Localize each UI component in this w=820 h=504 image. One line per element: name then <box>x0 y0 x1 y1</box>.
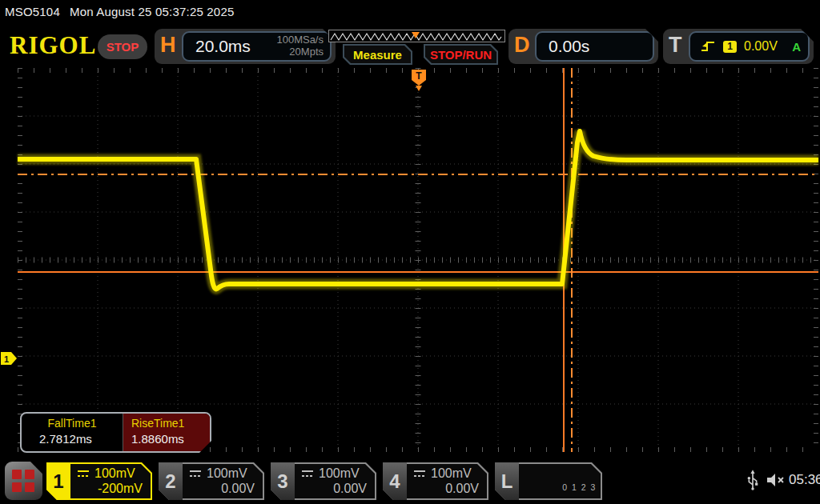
waveform-overview-strip[interactable] <box>328 30 505 42</box>
channel-3-offset: 0.00V <box>295 482 375 496</box>
channel-1-number: 1 <box>46 462 70 500</box>
channel-2-status[interactable]: 2 100mV 0.00V <box>159 462 264 500</box>
menu-grid-icon <box>12 470 34 492</box>
logic-channels-status[interactable]: L 0 1 2 3 4 5 6 7 8 9 1011 12131415 <box>495 462 602 500</box>
trigger-position-marker[interactable]: T <box>412 70 426 91</box>
delay-settings[interactable]: D 0.00s <box>508 29 658 64</box>
channel-1-offset: -200mV <box>70 482 151 496</box>
channel-3-status[interactable]: 3 100mV 0.00V <box>271 462 376 500</box>
measurement-falltime[interactable]: FallTime1 2.7812ms <box>22 414 123 451</box>
dc-coupling-icon <box>189 470 202 478</box>
waveform-display[interactable]: T 1 FallTime1 2.7812ms RiseTime1 1.8860m… <box>0 68 820 452</box>
waveform-svg: T 1 <box>0 68 820 452</box>
trigger-level-value: 0.00V <box>744 39 778 54</box>
usb-icon <box>747 470 758 490</box>
bottom-bar: 1 100mV -200mV 2 <box>0 456 820 504</box>
measurement-value: 2.7812ms <box>22 432 123 446</box>
measure-button[interactable]: Measure <box>343 44 412 65</box>
acquisition-state-badge: STOP <box>98 34 147 59</box>
measurement-risetime-selected[interactable]: RiseTime1 1.8860ms <box>123 414 210 451</box>
logic-row-1: 0 1 2 3 4 5 6 7 <box>562 482 637 492</box>
datetime-text: Mon August 25 05:37:25 2025 <box>70 5 235 18</box>
channel-4-status[interactable]: 4 100mV 0.00V <box>383 462 488 500</box>
channel-1-scale: 100mV <box>94 466 135 481</box>
horizontal-label: H <box>160 33 176 58</box>
channel-4-scale: 100mV <box>431 466 472 481</box>
status-bar: MSO5104Mon August 25 05:37:25 2025 <box>5 5 235 18</box>
dc-coupling-icon <box>413 470 426 478</box>
trigger-sweep-mode: A <box>792 40 801 54</box>
rising-edge-trigger-icon <box>700 40 716 53</box>
channel-3-scale: 100mV <box>319 466 360 481</box>
stop-run-button[interactable]: STOP/RUN <box>424 44 498 65</box>
trigger-settings[interactable]: T 1 0.00V A <box>663 29 814 64</box>
channel-2-scale: 100mV <box>207 466 247 481</box>
speaker-muted-icon <box>766 472 786 488</box>
model-name: MSO5104 <box>5 5 60 18</box>
dc-coupling-icon <box>77 470 90 478</box>
overview-zigzag <box>329 32 503 42</box>
trigger-source-badge: 1 <box>723 41 737 53</box>
channel-2-number: 2 <box>159 462 183 500</box>
channel-4-offset: 0.00V <box>407 482 487 496</box>
measurement-label: FallTime1 <box>22 417 123 430</box>
dc-coupling-icon <box>301 470 314 478</box>
channel1-level-marker[interactable]: 1 <box>1 352 17 365</box>
svg-text:T: T <box>416 70 422 82</box>
horizontal-settings[interactable]: H 20.0ms 100MSa/s 20Mpts <box>155 29 336 64</box>
trigger-label: T <box>669 33 682 58</box>
channel-4-number: 4 <box>383 462 407 500</box>
measurement-label: RiseTime1 <box>123 417 210 430</box>
measurement-panel: FallTime1 2.7812ms RiseTime1 1.8860ms <box>20 412 211 453</box>
delay-value: 0.00s <box>549 37 589 56</box>
channel-1-status[interactable]: 1 100mV -200mV <box>46 462 152 500</box>
sample-rate: 100MSa/s <box>276 34 324 46</box>
header-bar: RIGOL STOP H 20.0ms 100MSa/s 20Mpts Meas… <box>0 26 820 66</box>
menu-grid-button[interactable] <box>5 462 42 500</box>
oscilloscope-screen: MSO5104Mon August 25 05:37:25 2025 RIGOL… <box>0 0 820 504</box>
measurement-value: 1.8860ms <box>123 432 210 446</box>
svg-text:1: 1 <box>4 354 9 364</box>
delay-label: D <box>514 33 530 58</box>
timebase-value: 20.0ms <box>195 37 251 56</box>
grid-ticks <box>18 68 818 452</box>
logic-label: L <box>495 462 519 500</box>
channel-2-offset: 0.00V <box>183 482 263 496</box>
channel-3-number: 3 <box>271 462 295 500</box>
clock-text: 05:36 <box>789 472 820 488</box>
rigol-logo: RIGOL <box>10 31 96 60</box>
memory-depth: 20Mpts <box>289 46 324 58</box>
